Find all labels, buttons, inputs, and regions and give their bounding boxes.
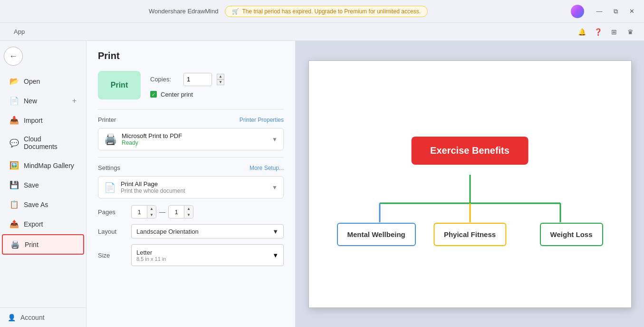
printer-properties-link[interactable]: Printer Properties xyxy=(240,117,284,123)
print-button[interactable]: Print xyxy=(98,71,141,99)
sidebar-item-open[interactable]: 📂 Open xyxy=(2,72,84,90)
divider-2 xyxy=(98,157,284,158)
settings-doc-icon: 📄 xyxy=(104,182,116,193)
minimize-button[interactable]: — xyxy=(593,5,606,18)
pages-dash: — xyxy=(159,208,165,216)
central-node-label: Exercise Benefits xyxy=(430,145,509,156)
avatar[interactable] xyxy=(571,5,584,18)
center-print-checkbox[interactable]: ✓ xyxy=(150,91,157,98)
divider-1 xyxy=(98,109,284,109)
sidebar-item-print[interactable]: 🖨️ Print xyxy=(2,234,84,255)
more-setup-link[interactable]: More Setup... xyxy=(250,165,284,171)
print-icon: 🖨️ xyxy=(10,240,20,249)
center-print-row: ✓ Center print xyxy=(150,91,224,98)
printer-device-icon: 🖨️ xyxy=(104,133,117,146)
close-button[interactable]: ✕ xyxy=(625,5,638,18)
sidebar-item-export-label: Export xyxy=(24,220,43,228)
new-plus-icon: + xyxy=(72,97,77,105)
print-settings-dropdown[interactable]: 📄 Print All Page Print the whole documen… xyxy=(98,176,284,198)
save-icon: 💾 xyxy=(10,180,19,189)
printer-info: Microsoft Print to PDF Ready xyxy=(122,132,267,146)
pages-inputs: 1 ▲ ▼ — 1 ▲ ▼ xyxy=(131,205,193,218)
printer-dropdown[interactable]: 🖨️ Microsoft Print to PDF Ready ▼ xyxy=(98,128,284,150)
app-button[interactable]: App xyxy=(8,26,31,38)
open-icon: 📂 xyxy=(10,77,19,86)
sidebar-top: ← xyxy=(0,41,86,71)
mental-label: Mental Wellbeing xyxy=(347,230,405,238)
upgrade-banner[interactable]: 🛒 The trial period has expired. Upgrade … xyxy=(225,6,428,17)
mindmap-container: Exercise Benefits Mental Wellbeing Phyic… xyxy=(327,113,613,256)
copies-label: Copies: xyxy=(150,76,179,83)
copies-up-button[interactable]: ▲ xyxy=(217,74,224,79)
account-label: Account xyxy=(20,314,45,321)
sidebar-item-new[interactable]: 📄 New + xyxy=(2,91,84,110)
grid-icon[interactable]: ⊞ xyxy=(608,26,620,38)
sidebar-item-new-label: New xyxy=(24,97,37,105)
copies-down-button[interactable]: ▼ xyxy=(217,79,224,85)
copies-section: Copies: 1 ▲ ▼ ✓ Center print xyxy=(150,73,224,98)
cloud-icon: 💬 xyxy=(10,139,19,148)
pages-from-down[interactable]: ▼ xyxy=(147,212,156,218)
sidebar-item-save-as[interactable]: 📋 Save As xyxy=(2,195,84,214)
upgrade-text: The trial period has expired. Upgrade to… xyxy=(242,8,421,15)
copies-row: Copies: 1 ▲ ▼ xyxy=(150,73,224,86)
export-icon: 📤 xyxy=(10,219,19,228)
printer-section-header: Printer Printer Properties xyxy=(98,116,284,123)
sidebar-item-save[interactable]: 💾 Save xyxy=(2,176,84,194)
titlebar-right: — ⧉ ✕ xyxy=(571,5,638,18)
app-name: Wondershare EdrawMind xyxy=(149,8,218,15)
pages-from-input[interactable]: 1 ▲ ▼ xyxy=(131,205,156,218)
pages-row: Pages 1 ▲ ▼ — 1 ▲ ▼ xyxy=(98,205,284,218)
sidebar-item-save-as-label: Save As xyxy=(24,201,48,208)
size-sub: 8.5 in x 11 in xyxy=(136,256,166,262)
help-icon[interactable]: ❓ xyxy=(592,26,604,38)
sidebar: ← 📂 Open 📄 New + 📥 Import 💬 Cloud Docume… xyxy=(0,41,87,327)
cart-icon: 🛒 xyxy=(232,8,239,15)
sidebar-item-save-label: Save xyxy=(24,181,39,189)
copies-value: 1 xyxy=(187,76,190,83)
titlebar: Wondershare EdrawMind 🛒 The trial period… xyxy=(0,0,644,23)
sidebar-item-export[interactable]: 📤 Export xyxy=(2,215,84,233)
sidebar-item-cloud-label: Cloud Documents xyxy=(24,135,77,150)
pages-to-down[interactable]: ▼ xyxy=(184,212,193,218)
pages-to-up[interactable]: ▲ xyxy=(184,206,193,212)
print-panel: Print Print Copies: 1 ▲ ▼ xyxy=(87,41,296,327)
settings-section-label: Settings xyxy=(98,164,120,171)
settings-main: Print All Page xyxy=(121,180,267,188)
maximize-button[interactable]: ⧉ xyxy=(609,5,622,18)
layout-label: Layout xyxy=(98,228,126,235)
pages-from-up[interactable]: ▲ xyxy=(147,206,156,212)
save-as-icon: 📋 xyxy=(10,200,19,209)
physical-label: Phyical Fitness xyxy=(444,230,496,238)
gallery-icon: 🖼️ xyxy=(10,161,19,170)
sidebar-item-gallery-label: MindMap Gallery xyxy=(24,162,74,169)
sidebar-item-import[interactable]: 📥 Import xyxy=(2,111,84,129)
sidebar-item-gallery[interactable]: 🖼️ MindMap Gallery xyxy=(2,156,84,175)
pages-to-input[interactable]: 1 ▲ ▼ xyxy=(168,205,193,218)
sidebar-item-cloud[interactable]: 💬 Cloud Documents xyxy=(2,130,84,155)
bell-icon[interactable]: 🔔 xyxy=(576,26,588,38)
pages-to-value: 1 xyxy=(169,208,184,216)
printer-section-label: Printer xyxy=(98,116,116,123)
account-item[interactable]: 👤 Account xyxy=(8,314,78,321)
layout-row: Layout Landscape Orientation ▼ xyxy=(98,224,284,238)
settings-info: Print All Page Print the whole document xyxy=(121,180,267,194)
pages-from-spinners: ▲ ▼ xyxy=(147,206,156,218)
size-label: Size xyxy=(98,252,126,259)
size-dropdown[interactable]: Letter 8.5 in x 11 in ▼ xyxy=(131,244,284,266)
pages-to-spinners: ▲ ▼ xyxy=(184,206,193,218)
crown-icon[interactable]: ♛ xyxy=(624,26,636,38)
center-print-label: Center print xyxy=(161,91,193,98)
sidebar-item-open-label: Open xyxy=(24,78,40,85)
layout-dropdown[interactable]: Landscape Orientation ▼ xyxy=(131,224,284,238)
copies-input[interactable]: 1 xyxy=(183,73,212,86)
pages-from-value: 1 xyxy=(132,208,147,216)
account-icon: 👤 xyxy=(8,314,16,321)
back-button[interactable]: ← xyxy=(4,47,23,66)
main-layout: ← 📂 Open 📄 New + 📥 Import 💬 Cloud Docume… xyxy=(0,41,644,327)
layout-dropdown-arrow: ▼ xyxy=(272,228,279,235)
size-main: Letter xyxy=(136,249,166,256)
child-node-weight: Weight Loss xyxy=(540,223,603,246)
sidebar-item-print-label: Print xyxy=(25,241,38,248)
copies-spinners: ▲ ▼ xyxy=(217,74,224,85)
